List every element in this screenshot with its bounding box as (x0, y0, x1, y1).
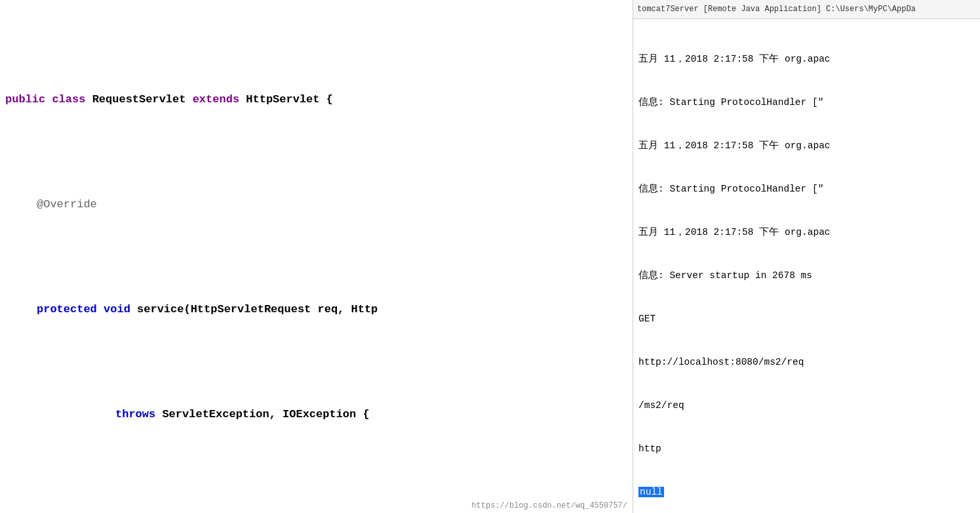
classname: RequestServlet (92, 89, 186, 110)
console-body[interactable]: 五月 11，2018 2:17:58 下午 org.apac 信息: Start… (633, 19, 980, 513)
console-panel: tomcat7Server [Remote Java Application] … (633, 0, 980, 513)
keyword-public: public (5, 89, 45, 110)
console-line-http: http (638, 441, 975, 456)
console-line-6: 信息: Server startup in 2678 ms (638, 268, 975, 283)
code-line-2: @Override (0, 194, 633, 215)
keyword-extends: extends (193, 89, 239, 110)
superclass: HttpServlet { (246, 89, 333, 110)
console-line-4: 信息: Starting ProtocolHandler [" (638, 182, 975, 196)
space (155, 404, 162, 425)
console-line-2: 信息: Starting ProtocolHandler [" (638, 95, 975, 110)
url-bar: https://blog.csdn.net/wq_4550757/ (471, 501, 627, 510)
method-service: service(HttpServletRequest req, Http (137, 299, 378, 320)
console-line-null: null (638, 485, 975, 499)
keyword-class: class (52, 89, 85, 110)
space (130, 299, 137, 320)
console-title-text: tomcat7Server [Remote Java Application] … (637, 5, 916, 14)
space (85, 89, 92, 110)
space (186, 89, 192, 110)
code-line-3: protected void service(HttpServletReques… (0, 299, 633, 320)
space (45, 89, 52, 110)
console-line-get: GET (638, 312, 975, 326)
console-line-path: /ms2/req (638, 398, 975, 413)
space (97, 299, 104, 320)
throws-text: ServletException, IOException { (162, 404, 369, 425)
space (239, 89, 246, 110)
annotation-override: @Override (37, 194, 97, 215)
null-value: null (638, 487, 664, 497)
keyword-void: void (104, 299, 130, 320)
console-line-1: 五月 11，2018 2:17:58 下午 org.apac (638, 52, 975, 66)
console-line-3: 五月 11，2018 2:17:58 下午 org.apac (638, 138, 975, 153)
console-line-5: 五月 11，2018 2:17:58 下午 org.apac (638, 225, 975, 239)
code-line-1: public class RequestServlet extends Http… (0, 89, 633, 110)
console-line-url: http://localhost:8080/ms2/req (638, 355, 975, 369)
code-panel: public class RequestServlet extends Http… (0, 0, 633, 513)
url-text: https://blog.csdn.net/wq_4550757/ (471, 501, 627, 510)
console-title: tomcat7Server [Remote Java Application] … (633, 0, 980, 19)
keyword-protected: protected (37, 299, 97, 320)
code-editor[interactable]: public class RequestServlet extends Http… (0, 0, 633, 513)
keyword-throws: throws (115, 404, 155, 425)
comment-1: //获取请求头数据 (84, 509, 175, 513)
code-line-4: throws ServletException, IOException { (0, 404, 633, 425)
